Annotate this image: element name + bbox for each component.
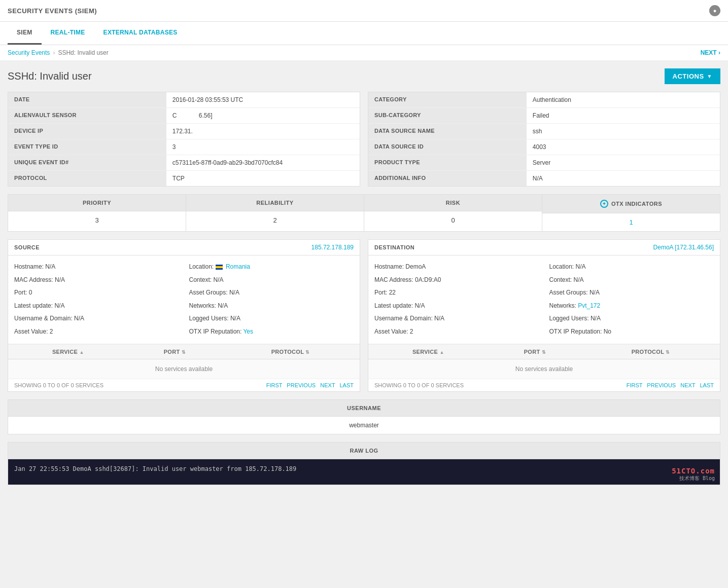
source-services-table: SERVICE ▲ PORT ⇅ PROTOCOL ⇅ [8, 345, 360, 359]
left-info-panel: DATE 2016-01-28 03:55:53 UTC ALIENVAULT … [8, 92, 360, 187]
source-info-grid: Hostname: N/A Location: Romania MAC Addr… [8, 255, 360, 344]
info-row-product-type: PRODUCT TYPE Server [368, 155, 720, 171]
source-context: Context: N/A [189, 275, 354, 286]
source-pager-prev[interactable]: PREVIOUS [287, 382, 316, 388]
actions-arrow-icon: ▼ [707, 74, 712, 79]
info-label-product-type: PRODUCT TYPE [368, 155, 527, 171]
tab-realtime[interactable]: REAL-TIME [42, 22, 94, 45]
dest-port: Port: 22 [374, 287, 539, 299]
tab-external-databases[interactable]: EXTERNAL DATABASES [94, 22, 187, 45]
info-label-category: CATEGORY [368, 92, 527, 108]
page-title: SSHd: Invalid user [8, 70, 92, 82]
dest-location: Location: N/A [549, 262, 714, 273]
dest-pager-last[interactable]: LAST [700, 382, 714, 388]
metric-otx-label: OTX INDICATORS [611, 201, 662, 207]
source-networks: Networks: N/A [189, 301, 354, 312]
metric-reliability-header: RELIABILITY [186, 195, 364, 211]
metric-risk-value: 0 [364, 211, 542, 229]
info-label-date: DATE [8, 92, 166, 108]
source-panel-header: SOURCE 185.72.178.189 [8, 240, 360, 255]
service-sort-icon: ▲ [79, 350, 84, 355]
info-value-data-source-name: ssh [527, 124, 720, 139]
watermark-bottom: 技术博客 Blog [679, 475, 715, 482]
actions-button[interactable]: ACTIONS ▼ [665, 68, 720, 84]
username-panel: USERNAME webmaster [8, 399, 720, 434]
source-protocol-col[interactable]: PROTOCOL ⇅ [221, 345, 360, 359]
dest-port-sort-icon: ⇅ [542, 350, 546, 355]
tabs-bar: SIEM REAL-TIME EXTERNAL DATABASES [0, 22, 728, 45]
info-row-sub-category: SUB-CATEGORY Failed [368, 108, 720, 124]
source-pager-last[interactable]: LAST [339, 382, 354, 388]
info-label-event-type-id: EVENT TYPE ID [8, 139, 166, 155]
dest-services-footer: SHOWING 0 TO 0 OF 0 SERVICES FIRST PREVI… [368, 379, 720, 391]
username-header: USERNAME [8, 400, 720, 417]
dest-pager-next[interactable]: NEXT [680, 382, 695, 388]
actions-label: ACTIONS [673, 72, 704, 80]
metric-priority-header: PRIORITY [8, 195, 186, 211]
dest-service-col[interactable]: SERVICE ▲ [368, 345, 489, 359]
dest-logged-users: Logged Users: N/A [549, 313, 714, 324]
breadcrumb-parent-link[interactable]: Security Events [8, 49, 50, 56]
source-otx-rep: OTX IP Reputation: Yes [189, 326, 354, 338]
tab-siem[interactable]: SIEM [8, 22, 42, 45]
source-port-col[interactable]: PORT ⇅ [128, 345, 222, 359]
rawlog-text: Jan 27 22:55:53 DemoA sshd[32687]: Inval… [14, 465, 296, 472]
dest-networks-link[interactable]: Pvt_172 [578, 302, 600, 309]
source-panel: SOURCE 185.72.178.189 Hostname: N/A Loca… [8, 239, 360, 392]
dest-services-count: SHOWING 0 TO 0 OF 0 SERVICES [374, 382, 464, 388]
app-title: SECURITY EVENTS (SIEM) [8, 7, 97, 15]
metric-reliability: RELIABILITY 2 [186, 195, 364, 231]
dest-pager-first[interactable]: FIRST [627, 382, 643, 388]
dest-port-col[interactable]: PORT ⇅ [489, 345, 582, 359]
user-icon[interactable]: ● [709, 5, 720, 16]
info-value-event-type-id: 3 [166, 139, 360, 155]
dest-services-table: SERVICE ▲ PORT ⇅ PROTOCOL ⇅ [368, 345, 720, 359]
info-value-product-type: Server [527, 155, 720, 171]
destination-ip-link[interactable]: DemoA [172.31.46.56] [653, 244, 714, 251]
dest-asset-value: Asset Value: 2 [374, 326, 539, 338]
dest-pager-prev[interactable]: PREVIOUS [647, 382, 676, 388]
info-label-unique-event-id: UNIQUE EVENT ID# [8, 155, 166, 171]
info-row-date: DATE 2016-01-28 03:55:53 UTC [8, 92, 360, 108]
info-row-category: CATEGORY Authentication [368, 92, 720, 108]
info-label-sensor: ALIENVAULT SENSOR [8, 108, 166, 124]
info-label-additional-info: ADDITIONAL INFO [368, 171, 527, 187]
source-logged-users: Logged Users: N/A [189, 313, 354, 324]
metrics-panel: PRIORITY 3 RELIABILITY 2 RISK 0 OTX IND [8, 194, 720, 232]
page-title-row: SSHd: Invalid user ACTIONS ▼ [8, 68, 720, 84]
right-info-panel: CATEGORY Authentication SUB-CATEGORY Fai… [368, 92, 720, 187]
info-value-data-source-id: 4003 [527, 139, 720, 155]
protocol-sort-icon: ⇅ [305, 350, 309, 355]
source-pager-next[interactable]: NEXT [320, 382, 335, 388]
source-services-pager: FIRST PREVIOUS NEXT LAST [263, 382, 354, 388]
source-asset-groups: Asset Groups: N/A [189, 287, 354, 299]
source-otx-rep-link[interactable]: Yes [243, 328, 253, 335]
source-location-link[interactable]: Romania [226, 263, 250, 270]
source-latest-update: Latest update: N/A [14, 301, 179, 312]
dest-networks: Networks: Pvt_172 [549, 301, 714, 312]
info-row-sensor: ALIENVAULT SENSOR C 6.56] [8, 108, 360, 124]
left-info-table: DATE 2016-01-28 03:55:53 UTC ALIENVAULT … [8, 92, 360, 186]
dest-services-table-wrap: SERVICE ▲ PORT ⇅ PROTOCOL ⇅ No services … [368, 344, 720, 391]
dest-protocol-col[interactable]: PROTOCOL ⇅ [581, 345, 720, 359]
watermark: 51CTO.com 技术博客 Blog [672, 467, 715, 482]
info-label-data-source-id: DATA SOURCE ID [368, 139, 527, 155]
source-username-domain: Username & Domain: N/A [14, 313, 179, 324]
info-value-unique-event-id: c57311e5-87ff-0ad9-ab29-3bd7070cfc84 [166, 155, 360, 171]
metric-priority-label: PRIORITY [83, 200, 111, 206]
breadcrumb-bar: Security Events › SSHd: Invalid user NEX… [0, 45, 728, 61]
info-value-sensor: C 6.56] [166, 108, 360, 124]
source-services-footer: SHOWING 0 TO 0 OF 0 SERVICES FIRST PREVI… [8, 379, 360, 391]
dest-services-empty: No services available [368, 359, 720, 379]
source-ip-link[interactable]: 185.72.178.189 [311, 244, 354, 251]
dest-latest-update: Latest update: N/A [374, 301, 539, 312]
source-service-col[interactable]: SERVICE ▲ [8, 345, 128, 359]
source-asset-value: Asset Value: 2 [14, 326, 179, 338]
metric-otx-value[interactable]: 1 [542, 213, 720, 231]
breadcrumb: Security Events › SSHd: Invalid user [8, 49, 109, 56]
destination-panel-header: DESTINATION DemoA [172.31.46.56] [368, 240, 720, 255]
breadcrumb-separator: › [53, 49, 55, 56]
next-button[interactable]: NEXT › [701, 49, 720, 56]
metric-reliability-label: RELIABILITY [256, 200, 293, 206]
source-pager-first[interactable]: FIRST [266, 382, 283, 388]
